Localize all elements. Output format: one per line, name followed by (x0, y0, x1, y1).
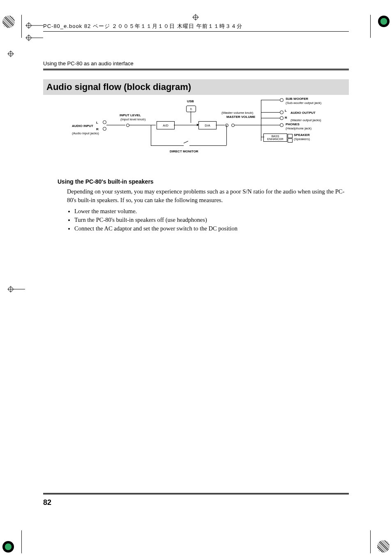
diagram-label-audio-input: AUDIO INPUT (72, 124, 93, 128)
diagram-wire (261, 118, 281, 118)
diagram-wire (261, 112, 281, 113)
diagram-label-sub-woofer-sub: (Sub-woofer output jack) (286, 101, 321, 105)
body-paragraph: Depending on your system, you may experi… (67, 187, 347, 205)
jack-icon (280, 123, 284, 127)
diagram-wire (106, 125, 125, 125)
diagram-label-audio-output: AUDIO OUTPUT (291, 111, 316, 115)
diagram-label-input-level-sub: (Input level knob) (120, 118, 145, 122)
diagram-label-R: R (285, 116, 287, 120)
crop-disc-top-right (378, 16, 390, 27)
header-horizontal-rule (43, 31, 349, 32)
crop-rule (21, 530, 22, 553)
registration-mark (26, 35, 31, 40)
switch-icon (181, 143, 189, 147)
diagram-label-input-level: INPUT LEVEL (120, 114, 141, 117)
diagram-label-direct-monitor: DIRECT MONITOR (170, 150, 198, 154)
diagram-wire (129, 125, 156, 125)
diagram-wire (235, 125, 261, 125)
diagram-label-audio-output-sub: (Master output jacks) (291, 119, 321, 122)
diagram-label-phones: PHONES (286, 123, 300, 127)
diagram-wire (151, 145, 181, 146)
diagram-label-phones-sub: (Headphone jack) (286, 127, 311, 131)
crop-rule (21, 15, 22, 38)
jack-icon (103, 120, 106, 124)
diagram-wire (216, 125, 225, 125)
diagram-label-R: R (96, 128, 99, 131)
jack-icon (280, 98, 284, 102)
jack-icon (103, 127, 106, 131)
crop-disc-bottom-left (2, 541, 14, 553)
diagram-wire (194, 125, 198, 125)
crop-rule (370, 15, 371, 38)
diagram-label-master-volume-sub: (Master volume knob) (221, 111, 253, 115)
crop-hatch-top-left (2, 16, 15, 28)
diagram-label-speaker-sub: (Speakers) (294, 138, 310, 141)
usb-port-icon: ⎘ (186, 106, 196, 112)
diagram-wire (191, 111, 191, 123)
measures-list: Lower the master volume. Turn the PC-80'… (67, 207, 349, 233)
running-head-rule (43, 69, 349, 70)
bass-enhancer-box: BASS ENHANCER (263, 134, 287, 142)
diagram-wire (226, 125, 227, 145)
subsection-title: Using the PC-80's built-in speakers (58, 178, 349, 185)
diagram-label-usb: USB (187, 100, 194, 104)
book-header-line: PC-80_e.book 82 ページ ２００５年１１月１０日 木曜日 午前１１… (43, 23, 349, 30)
section-title: Audio signal flow (block diagram) (43, 79, 349, 95)
page-number: 82 (43, 498, 51, 507)
diagram-label-master-volume: MASTER VOLUME (226, 115, 255, 119)
block-diagram: USB ⎘ AUDIO INPUT (Audio input jacks) L … (55, 99, 337, 171)
diagram-label-L: L (96, 121, 98, 125)
da-box: D/A (198, 121, 217, 129)
list-item: Lower the master volume. (74, 207, 349, 216)
diagram-label-sub-woofer: SUB WOOFER (286, 97, 308, 101)
level-knob-icon (126, 124, 129, 127)
crop-rule (370, 530, 371, 553)
running-head: Using the PC-80 as an audio interface (43, 60, 349, 67)
diagram-label-audio-input-sub: (Audio input jacks) (72, 132, 99, 136)
diagram-wire (261, 100, 281, 100)
master-knob-icon (231, 124, 235, 127)
registration-mark (8, 51, 13, 56)
jack-icon (280, 111, 284, 114)
registration-mark (193, 15, 198, 20)
diagram-wire (261, 100, 261, 141)
speaker-icon (288, 138, 293, 143)
diagram-wire (174, 125, 194, 125)
registration-mark (8, 287, 13, 292)
diagram-wire (151, 125, 151, 145)
crop-hatch-bottom-right (377, 540, 390, 553)
diagram-wire (261, 125, 281, 125)
diagram-label-L: L (285, 109, 287, 113)
diagram-wire (189, 145, 226, 146)
speaker-icon (288, 134, 293, 138)
list-item: Turn the PC-80's built-in speakers off (… (74, 216, 349, 224)
ad-box: A/D (157, 121, 175, 129)
footer-rule (43, 493, 349, 495)
jack-icon (280, 116, 284, 120)
sum-junction-icon (225, 124, 228, 127)
diagram-label-speaker: SPEAKER (294, 134, 310, 137)
list-item: Connect the AC adaptor and set the power… (74, 224, 349, 233)
registration-mark (26, 23, 31, 28)
